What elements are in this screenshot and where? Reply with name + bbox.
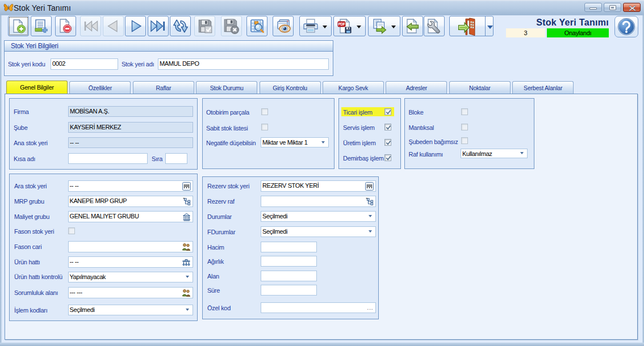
svg-text:PDF: PDF xyxy=(338,22,345,26)
